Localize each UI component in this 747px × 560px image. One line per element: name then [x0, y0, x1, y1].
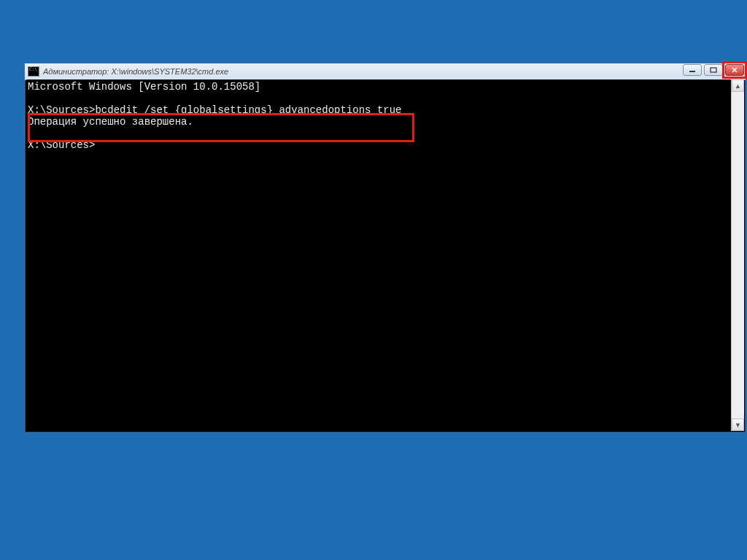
scroll-up-button[interactable]: ▲ — [732, 79, 744, 92]
minimize-button[interactable] — [683, 64, 702, 76]
scroll-down-button[interactable]: ▼ — [732, 419, 744, 431]
window-controls — [683, 64, 744, 76]
window-title: Администратор: X:\windows\SYSTEM32\cmd.e… — [43, 67, 228, 76]
svg-rect-0 — [689, 71, 695, 72]
cmd-window: Администратор: X:\windows\SYSTEM32\cmd.e… — [24, 63, 746, 433]
titlebar[interactable]: Администратор: X:\windows\SYSTEM32\cmd.e… — [25, 63, 746, 80]
svg-rect-1 — [711, 68, 716, 72]
cmd-icon — [28, 66, 39, 77]
result-1: Операция успешно завершена. — [28, 116, 193, 128]
prompt-1: X:\Sources> — [28, 104, 95, 116]
prompt-2: X:\Sources> — [28, 139, 95, 151]
version-line: Microsoft Windows [Version 10.0.15058] — [28, 81, 260, 93]
command-1: bcdedit /set {globalsettings} advancedop… — [95, 104, 401, 116]
vertical-scrollbar[interactable]: ▲ ▼ — [731, 79, 744, 431]
terminal-area: Microsoft Windows [Version 10.0.15058] X… — [26, 79, 744, 431]
close-button[interactable] — [725, 64, 744, 76]
terminal-output[interactable]: Microsoft Windows [Version 10.0.15058] X… — [26, 79, 731, 431]
maximize-button[interactable] — [704, 64, 723, 76]
